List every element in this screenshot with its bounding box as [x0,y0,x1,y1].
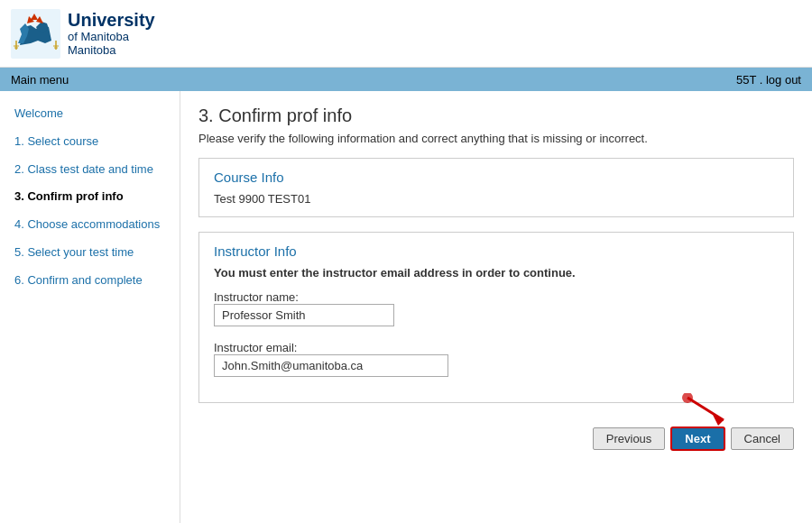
page-subtitle: Please verify the following information … [198,132,794,145]
course-info-section: Course Info Test 9900 TEST01 [198,158,794,217]
instructor-info-section: Instructor Info You must enter the instr… [198,232,794,403]
instructor-email-input[interactable] [214,354,448,377]
header: University of Manitoba Manitoba [0,0,812,68]
menu-bar: Main menu 55T . log out [0,68,812,91]
sidebar-item-confirm-complete[interactable]: 6. Confirm and complete [0,267,180,295]
sidebar-item-select-test-time[interactable]: 5. Select your test time [0,239,180,267]
logo-area: University of Manitoba Manitoba [11,9,155,59]
instructor-name-input[interactable] [214,304,394,326]
cancel-button[interactable]: Cancel [731,427,794,450]
sidebar-item-choose-accommodations[interactable]: 4. Choose accommodations [0,211,180,239]
course-info-content: Test 9900 TEST01 [214,192,779,206]
page-title: 3. Confirm prof info [198,106,794,126]
course-info-title: Course Info [214,170,779,185]
sidebar-item-welcome[interactable]: Welcome [0,100,180,128]
instructor-info-title: Instructor Info [214,243,779,259]
instructor-email-label: Instructor email: [214,341,297,354]
instructor-warning: You must enter the instructor email addr… [214,266,779,280]
sidebar-item-class-test-date[interactable]: 2. Class test date and time [0,156,180,184]
sidebar-item-confirm-prof-info[interactable]: 3. Confirm prof info [0,183,180,211]
button-row: Previous Next Cancel [198,417,794,454]
sidebar-item-select-course[interactable]: 1. Select course [0,128,180,156]
previous-button[interactable]: Previous [593,427,666,450]
svg-marker-14 [713,415,724,426]
instructor-name-label: Instructor name: [214,290,299,304]
main-layout: Welcome 1. Select course 2. Class test d… [0,91,812,523]
university-logo [11,9,60,59]
user-session-info: 55T . log out [736,73,801,87]
menu-bar-label: Main menu [11,73,69,87]
sidebar: Welcome 1. Select course 2. Class test d… [0,91,180,523]
logo-text: University of Manitoba Manitoba [68,10,155,57]
next-button[interactable]: Next [670,427,724,451]
content-area: 3. Confirm prof info Please verify the f… [180,91,812,523]
